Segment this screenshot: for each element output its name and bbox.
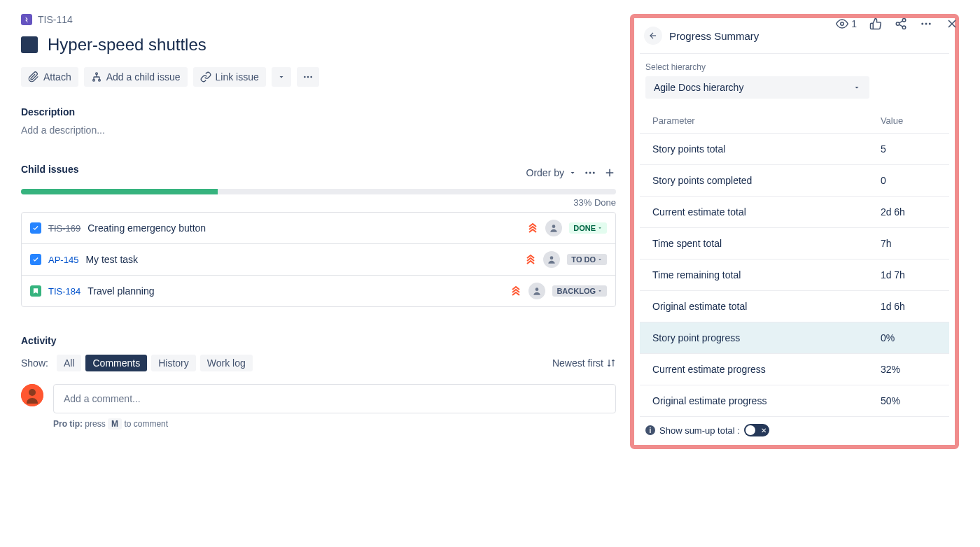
- progress-summary-panel: Progress Summary Select hierarchy Agile …: [630, 14, 959, 449]
- svg-line-5: [899, 21, 902, 23]
- status-lozenge[interactable]: DONE: [569, 222, 607, 234]
- tab-history[interactable]: History: [151, 355, 196, 371]
- param-name: Story points completed: [640, 165, 868, 197]
- more-actions-button[interactable]: [920, 17, 932, 30]
- svg-point-3: [902, 26, 906, 29]
- show-label: Show:: [21, 357, 48, 369]
- panel-title: Progress Summary: [669, 30, 759, 42]
- issue-summary[interactable]: Creating emergency button: [88, 222, 520, 234]
- hierarchy-select[interactable]: Agile Docs hierarchy: [645, 76, 869, 99]
- thumbs-up-icon: [869, 17, 882, 30]
- svg-point-16: [310, 76, 312, 78]
- chevron-down-icon: [568, 169, 577, 177]
- param-name: Time spent total: [640, 228, 868, 260]
- epic-color-swatch[interactable]: [21, 36, 38, 53]
- param-row: Time remaining total1d 7h: [640, 260, 949, 291]
- svg-point-15: [307, 76, 309, 78]
- arrow-left-icon: [648, 31, 658, 41]
- tab-worklog[interactable]: Work log: [200, 355, 253, 371]
- svg-point-19: [593, 172, 595, 174]
- hierarchy-icon: [91, 71, 102, 83]
- svg-point-0: [841, 22, 844, 26]
- issue-key[interactable]: TIS-184: [48, 286, 80, 297]
- add-child-button[interactable]: Add a child issue: [84, 67, 188, 87]
- param-value: 32%: [868, 354, 949, 385]
- issue-type-icon: [30, 285, 41, 297]
- issue-summary[interactable]: Travel planning: [88, 285, 503, 297]
- assignee-unassigned[interactable]: [528, 283, 545, 299]
- more-toolbar-button[interactable]: [297, 67, 319, 87]
- param-row: Current estimate progress32%: [640, 354, 949, 385]
- param-row: Current estimate total2d 6h: [640, 197, 949, 228]
- avatar-image: [21, 384, 43, 406]
- svg-point-8: [929, 23, 931, 25]
- description-input[interactable]: Add a description...: [21, 125, 616, 136]
- param-value: 0%: [868, 322, 949, 354]
- issue-key[interactable]: TIS-169: [48, 223, 80, 234]
- sumup-toggle[interactable]: ✕: [744, 424, 769, 436]
- child-issue-row[interactable]: TIS-184Travel planningBACKLOG: [22, 276, 615, 306]
- toolbar: Attach Add a child issue Link issue: [21, 67, 616, 87]
- issue-summary[interactable]: My test task: [85, 254, 518, 265]
- watch-button[interactable]: 1: [836, 17, 857, 30]
- more-horizontal-icon: [302, 71, 314, 83]
- comment-input[interactable]: Add a comment...: [53, 384, 616, 413]
- issue-type-icon: [30, 254, 41, 265]
- param-row: Story points total5: [640, 134, 949, 165]
- assignee-unassigned[interactable]: [545, 220, 562, 236]
- status-lozenge[interactable]: TO DO: [567, 254, 607, 265]
- vote-button[interactable]: [869, 17, 882, 30]
- back-button[interactable]: [644, 27, 662, 45]
- issue-key[interactable]: AP-145: [48, 255, 78, 265]
- param-row: Story point progress0%: [640, 322, 949, 354]
- child-issue-row[interactable]: TIS-169Creating emergency buttonDONE: [22, 213, 615, 244]
- param-row: Time spent total7h: [640, 228, 949, 260]
- tab-comments[interactable]: Comments: [85, 355, 147, 371]
- priority-highest-icon: [527, 222, 538, 234]
- svg-point-13: [98, 79, 100, 81]
- child-issue-row[interactable]: AP-145My test taskTO DO: [22, 244, 615, 276]
- user-avatar[interactable]: [21, 384, 43, 406]
- svg-point-2: [896, 22, 899, 26]
- param-name: Original estimate total: [640, 291, 868, 322]
- tab-all[interactable]: All: [57, 355, 82, 371]
- attach-button[interactable]: Attach: [21, 67, 78, 87]
- info-icon[interactable]: i: [645, 425, 655, 435]
- svg-point-23: [550, 256, 554, 260]
- close-button[interactable]: [945, 17, 959, 31]
- svg-point-26: [29, 389, 36, 396]
- chevron-down-icon: [597, 288, 603, 294]
- plus-icon[interactable]: [603, 166, 616, 179]
- activity-label: Activity: [21, 335, 616, 346]
- svg-point-17: [585, 172, 587, 174]
- param-name: Time remaining total: [640, 260, 868, 291]
- parameter-table: Parameter Value Story points total5Story…: [640, 108, 949, 417]
- watch-count: 1: [851, 18, 857, 29]
- param-name: Story points total: [640, 134, 868, 165]
- page-title[interactable]: Hyper-speed shuttles: [48, 35, 206, 55]
- chevron-down-icon: [853, 83, 861, 92]
- svg-point-12: [92, 79, 94, 81]
- param-value: 0: [868, 165, 949, 197]
- progress-bar: [21, 189, 616, 194]
- share-button[interactable]: [895, 17, 907, 30]
- more-horizontal-icon[interactable]: [584, 166, 596, 179]
- priority-highest-icon: [510, 285, 522, 297]
- link-issue-button[interactable]: Link issue: [193, 67, 266, 87]
- param-value: 50%: [868, 385, 949, 417]
- sort-newest-button[interactable]: Newest first: [552, 357, 616, 369]
- issue-key: TIS-114: [38, 14, 73, 25]
- chevron-down-icon: [597, 225, 603, 231]
- breadcrumb[interactable]: TIS-114: [21, 14, 616, 25]
- svg-point-1: [902, 19, 906, 22]
- child-issue-list: TIS-169Creating emergency buttonDONE AP-…: [21, 212, 616, 307]
- priority-highest-icon: [525, 254, 536, 265]
- col-value: Value: [868, 108, 949, 134]
- param-row: Original estimate total1d 6h: [640, 291, 949, 322]
- order-by-button[interactable]: Order by: [526, 167, 577, 178]
- link-dropdown-button[interactable]: [272, 67, 291, 87]
- svg-point-24: [536, 287, 539, 291]
- assignee-unassigned[interactable]: [543, 251, 560, 268]
- issue-type-icon: [30, 222, 41, 234]
- status-lozenge[interactable]: BACKLOG: [552, 285, 607, 297]
